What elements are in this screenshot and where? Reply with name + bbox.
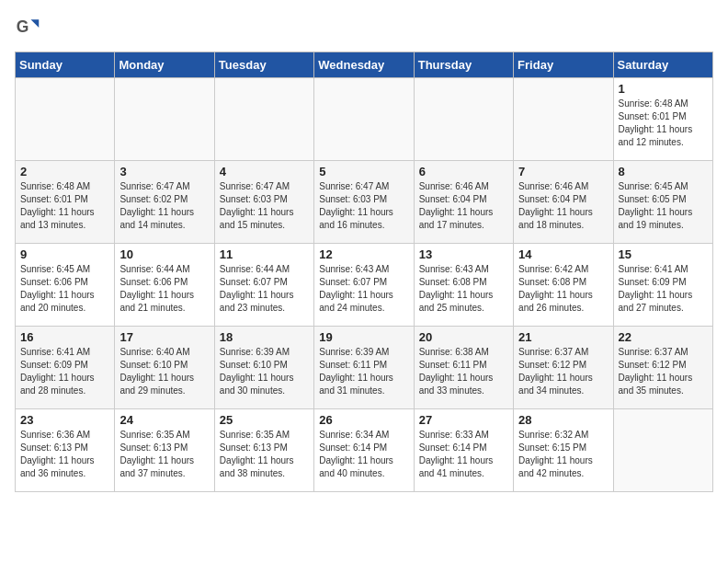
calendar-cell: 7Sunrise: 6:46 AM Sunset: 6:04 PM Daylig… <box>514 161 613 244</box>
calendar-header: SundayMondayTuesdayWednesdayThursdayFrid… <box>16 52 713 78</box>
day-info: Sunrise: 6:41 AM Sunset: 6:09 PM Dayligh… <box>20 346 109 397</box>
day-number: 7 <box>518 165 608 178</box>
day-info: Sunrise: 6:38 AM Sunset: 6:11 PM Dayligh… <box>419 346 508 397</box>
weekday-wednesday: Wednesday <box>314 52 414 78</box>
calendar-cell: 18Sunrise: 6:39 AM Sunset: 6:10 PM Dayli… <box>214 327 313 409</box>
calendar-body: 1Sunrise: 6:48 AM Sunset: 6:01 PM Daylig… <box>16 78 713 492</box>
week-row-3: 16Sunrise: 6:41 AM Sunset: 6:09 PM Dayli… <box>16 327 713 409</box>
calendar-cell: 24Sunrise: 6:35 AM Sunset: 6:13 PM Dayli… <box>115 409 214 492</box>
day-number: 27 <box>419 413 508 427</box>
day-info: Sunrise: 6:44 AM Sunset: 6:07 PM Dayligh… <box>220 263 309 315</box>
day-number: 22 <box>619 330 708 344</box>
calendar-cell <box>314 78 414 161</box>
day-number: 17 <box>119 330 209 344</box>
day-info: Sunrise: 6:37 AM Sunset: 6:12 PM Dayligh… <box>619 346 708 397</box>
calendar-cell <box>16 78 115 161</box>
day-info: Sunrise: 6:45 AM Sunset: 6:06 PM Dayligh… <box>20 263 109 315</box>
day-number: 20 <box>419 330 508 344</box>
day-number: 28 <box>518 413 608 427</box>
calendar-cell <box>214 78 313 161</box>
calendar-cell: 13Sunrise: 6:43 AM Sunset: 6:08 PM Dayli… <box>414 244 513 327</box>
day-number: 26 <box>319 413 408 427</box>
week-row-1: 2Sunrise: 6:48 AM Sunset: 6:01 PM Daylig… <box>16 161 713 244</box>
calendar-cell: 14Sunrise: 6:42 AM Sunset: 6:08 PM Dayli… <box>514 244 613 327</box>
day-number: 8 <box>619 165 708 178</box>
day-number: 16 <box>20 330 109 344</box>
day-info: Sunrise: 6:35 AM Sunset: 6:13 PM Dayligh… <box>220 429 309 480</box>
day-number: 4 <box>220 165 309 178</box>
calendar-cell: 12Sunrise: 6:43 AM Sunset: 6:07 PM Dayli… <box>314 244 414 327</box>
day-number: 14 <box>518 247 608 261</box>
day-info: Sunrise: 6:37 AM Sunset: 6:12 PM Dayligh… <box>518 346 608 397</box>
day-info: Sunrise: 6:33 AM Sunset: 6:14 PM Dayligh… <box>419 429 508 480</box>
day-info: Sunrise: 6:48 AM Sunset: 6:01 PM Dayligh… <box>20 180 109 232</box>
calendar-cell: 1Sunrise: 6:48 AM Sunset: 6:01 PM Daylig… <box>613 78 712 161</box>
week-row-0: 1Sunrise: 6:48 AM Sunset: 6:01 PM Daylig… <box>16 78 713 161</box>
day-info: Sunrise: 6:41 AM Sunset: 6:09 PM Dayligh… <box>619 263 708 315</box>
day-number: 5 <box>319 165 408 178</box>
page-header: G <box>15 15 713 40</box>
day-info: Sunrise: 6:43 AM Sunset: 6:08 PM Dayligh… <box>419 263 508 315</box>
calendar-cell <box>414 78 513 161</box>
day-info: Sunrise: 6:42 AM Sunset: 6:08 PM Dayligh… <box>518 263 608 315</box>
calendar-cell: 19Sunrise: 6:39 AM Sunset: 6:11 PM Dayli… <box>314 327 414 409</box>
calendar-table: SundayMondayTuesdayWednesdayThursdayFrid… <box>15 52 713 492</box>
day-number: 3 <box>119 165 209 178</box>
day-info: Sunrise: 6:35 AM Sunset: 6:13 PM Dayligh… <box>119 429 209 480</box>
day-info: Sunrise: 6:44 AM Sunset: 6:06 PM Dayligh… <box>119 263 209 315</box>
weekday-tuesday: Tuesday <box>214 52 313 78</box>
day-info: Sunrise: 6:43 AM Sunset: 6:07 PM Dayligh… <box>319 263 408 315</box>
logo-icon: G <box>15 15 40 40</box>
weekday-thursday: Thursday <box>414 52 513 78</box>
weekday-friday: Friday <box>514 52 613 78</box>
day-info: Sunrise: 6:48 AM Sunset: 6:01 PM Dayligh… <box>619 98 708 149</box>
calendar-cell: 2Sunrise: 6:48 AM Sunset: 6:01 PM Daylig… <box>16 161 115 244</box>
day-number: 9 <box>20 247 109 261</box>
calendar-cell: 28Sunrise: 6:32 AM Sunset: 6:15 PM Dayli… <box>514 409 613 492</box>
weekday-monday: Monday <box>115 52 214 78</box>
calendar-cell: 26Sunrise: 6:34 AM Sunset: 6:14 PM Dayli… <box>314 409 414 492</box>
weekday-sunday: Sunday <box>16 52 115 78</box>
calendar-cell: 5Sunrise: 6:47 AM Sunset: 6:03 PM Daylig… <box>314 161 414 244</box>
day-number: 12 <box>319 247 408 261</box>
day-number: 10 <box>119 247 209 261</box>
day-info: Sunrise: 6:39 AM Sunset: 6:10 PM Dayligh… <box>220 346 309 397</box>
day-number: 1 <box>619 82 708 96</box>
day-number: 25 <box>220 413 309 427</box>
calendar-cell: 11Sunrise: 6:44 AM Sunset: 6:07 PM Dayli… <box>214 244 313 327</box>
weekday-row: SundayMondayTuesdayWednesdayThursdayFrid… <box>16 52 713 78</box>
calendar-cell: 16Sunrise: 6:41 AM Sunset: 6:09 PM Dayli… <box>16 327 115 409</box>
day-info: Sunrise: 6:47 AM Sunset: 6:03 PM Dayligh… <box>319 180 408 232</box>
weekday-saturday: Saturday <box>613 52 712 78</box>
calendar-cell: 25Sunrise: 6:35 AM Sunset: 6:13 PM Dayli… <box>214 409 313 492</box>
svg-text:G: G <box>17 17 29 36</box>
calendar-cell: 6Sunrise: 6:46 AM Sunset: 6:04 PM Daylig… <box>414 161 513 244</box>
calendar-cell <box>115 78 214 161</box>
day-info: Sunrise: 6:40 AM Sunset: 6:10 PM Dayligh… <box>119 346 209 397</box>
calendar-cell: 15Sunrise: 6:41 AM Sunset: 6:09 PM Dayli… <box>613 244 712 327</box>
day-number: 24 <box>119 413 209 427</box>
day-info: Sunrise: 6:32 AM Sunset: 6:15 PM Dayligh… <box>518 429 608 480</box>
day-number: 15 <box>619 247 708 261</box>
day-info: Sunrise: 6:34 AM Sunset: 6:14 PM Dayligh… <box>319 429 408 480</box>
calendar-cell: 23Sunrise: 6:36 AM Sunset: 6:13 PM Dayli… <box>16 409 115 492</box>
calendar-cell: 10Sunrise: 6:44 AM Sunset: 6:06 PM Dayli… <box>115 244 214 327</box>
week-row-4: 23Sunrise: 6:36 AM Sunset: 6:13 PM Dayli… <box>16 409 713 492</box>
day-number: 6 <box>419 165 508 178</box>
calendar-cell: 4Sunrise: 6:47 AM Sunset: 6:03 PM Daylig… <box>214 161 313 244</box>
svg-marker-1 <box>31 19 40 28</box>
day-info: Sunrise: 6:46 AM Sunset: 6:04 PM Dayligh… <box>419 180 508 232</box>
day-number: 18 <box>220 330 309 344</box>
day-info: Sunrise: 6:45 AM Sunset: 6:05 PM Dayligh… <box>619 180 708 232</box>
calendar-cell: 20Sunrise: 6:38 AM Sunset: 6:11 PM Dayli… <box>414 327 513 409</box>
day-number: 11 <box>220 247 309 261</box>
day-info: Sunrise: 6:36 AM Sunset: 6:13 PM Dayligh… <box>20 429 109 480</box>
calendar-cell: 17Sunrise: 6:40 AM Sunset: 6:10 PM Dayli… <box>115 327 214 409</box>
calendar-cell <box>613 409 712 492</box>
calendar-cell <box>514 78 613 161</box>
calendar-cell: 27Sunrise: 6:33 AM Sunset: 6:14 PM Dayli… <box>414 409 513 492</box>
day-number: 13 <box>419 247 508 261</box>
day-info: Sunrise: 6:47 AM Sunset: 6:02 PM Dayligh… <box>119 180 209 232</box>
calendar-cell: 22Sunrise: 6:37 AM Sunset: 6:12 PM Dayli… <box>613 327 712 409</box>
day-info: Sunrise: 6:47 AM Sunset: 6:03 PM Dayligh… <box>220 180 309 232</box>
